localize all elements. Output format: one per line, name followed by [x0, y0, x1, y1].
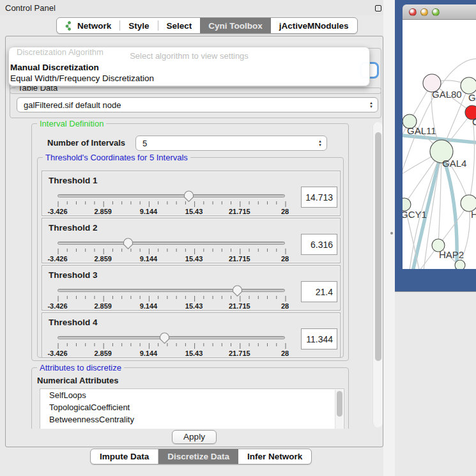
threshold-value-field[interactable]: 14.713 [301, 187, 337, 208]
slider-track[interactable] [58, 242, 285, 245]
network-node-label: HAP2 [439, 249, 464, 260]
slider-tick-labels: -3.4262.8599.14415.4321.71528 [58, 349, 285, 357]
network-icon [65, 21, 73, 31]
combo-arrows-icon[interactable]: ▴▾ [367, 101, 378, 109]
panel-scrollbar-thumb[interactable] [375, 132, 381, 361]
tab-style[interactable]: Style [120, 18, 157, 33]
threshold-slider[interactable]: -3.4262.8599.14415.4321.71528 [58, 190, 285, 216]
panel-divider[interactable] [383, 0, 395, 476]
tab-infer-network[interactable]: Infer Network [238, 449, 311, 464]
slider-tick-labels: -3.4262.8599.14415.4321.71528 [58, 255, 285, 263]
tab-discretize-data[interactable]: Discretize Data [158, 449, 238, 464]
apply-button[interactable]: Apply [172, 430, 217, 444]
network-node-label: H [471, 209, 476, 220]
slider-track[interactable] [58, 336, 285, 339]
bottom-tab-bar: Impute Data Discretize Data Infer Networ… [90, 449, 312, 464]
control-panel-titlebar: Control Panel ✕ [0, 0, 395, 15]
threshold-label: Threshold 3 [49, 270, 98, 280]
threshold-value-field[interactable]: 6.316 [301, 234, 337, 255]
table-data-group: Table Data galFiltered.sif default node … [10, 88, 381, 118]
threshold-value-field[interactable]: 11.344 [301, 328, 337, 349]
thresholds-group-label: Threshold's Coordinates for 5 Intervals [43, 153, 190, 162]
network-node-label: GAL80 [432, 89, 462, 100]
network-graph: GAL80GACGAL11GAL4GCY1HHAP2 [403, 20, 476, 269]
attributes-group: Attributes to discretize Numerical Attri… [31, 367, 349, 429]
panel-title: Control Panel [5, 3, 56, 13]
threshold-box: Threshold 1 -3.4262.8599.14415.4321.7152… [42, 171, 341, 216]
threshold-slider[interactable]: -3.4262.8599.14415.4321.71528 [58, 332, 285, 358]
minimize-traffic-light-icon[interactable] [420, 8, 428, 16]
tab-jactivemnodules[interactable]: jActiveMNodules [271, 18, 357, 33]
divider-grip-icon[interactable] [390, 232, 393, 234]
spinner-arrows-icon[interactable]: ▴▾ [316, 139, 326, 147]
tab-impute-data[interactable]: Impute Data [91, 449, 158, 464]
slider-tick-labels: -3.4262.8599.14415.4321.71528 [58, 208, 285, 215]
list-item[interactable]: TopologicalCoefficient [40, 401, 344, 413]
slider-track[interactable] [58, 194, 285, 197]
threshold-label: Threshold 1 [49, 176, 98, 185]
slider-tick-labels: -3.4262.8599.14415.4321.71528 [58, 302, 285, 310]
network-node-label: C [472, 116, 476, 127]
network-node [455, 260, 465, 269]
network-node-label: GCY1 [403, 209, 427, 220]
network-node-label: GAL4 [442, 158, 466, 169]
list-item[interactable]: BetweennessCentrality [40, 413, 344, 426]
slider-track[interactable] [58, 289, 285, 292]
threshold-label: Threshold 4 [49, 318, 98, 327]
threshold-box: Threshold 3 -3.4262.8599.14415.4321.7152… [42, 265, 341, 311]
zoom-traffic-light-icon[interactable] [432, 8, 440, 16]
interval-definition-group: Interval Definition Number of Intervals … [31, 123, 349, 361]
top-tab-bar: Network Style Select Cyni Toolbox jActiv… [56, 17, 358, 34]
thresholds-group: Threshold's Coordinates for 5 Intervals … [37, 157, 344, 358]
numerical-attributes-list: SelfLoopsTopologicalCoefficientBetweenne… [40, 388, 344, 429]
tab-select[interactable]: Select [158, 18, 201, 33]
slider-ticks [58, 201, 286, 208]
threshold-slider[interactable]: -3.4262.8599.14415.4321.71528 [58, 238, 285, 263]
network-node-label: GA [468, 92, 476, 103]
panel-scrollbar[interactable] [372, 122, 383, 427]
close-traffic-light-icon[interactable] [409, 8, 417, 16]
threshold-box: Threshold 2 -3.4262.8599.14415.4321.7152… [42, 218, 341, 263]
threshold-label: Threshold 2 [49, 223, 98, 233]
cyni-toolbox-panel: Discretization Algorithm Select algorith… [5, 36, 383, 447]
popup-option-manual[interactable]: Manual Discretization [10, 63, 99, 72]
network-node-label: GAL11 [407, 125, 436, 136]
threshold-box: Threshold 4 -3.4262.8599.14415.4321.7152… [42, 312, 341, 358]
slider-ticks [58, 343, 286, 349]
algorithm-dropdown-popup: Discretization Algorithm Select algorith… [8, 47, 370, 86]
float-window-icon[interactable] [375, 5, 381, 12]
scroll-viewport: Interval Definition Number of Intervals … [7, 121, 372, 429]
tab-network[interactable]: Network [57, 18, 119, 33]
num-intervals-label: Number of Intervals [47, 138, 125, 148]
numerical-attributes-label: Numerical Attributes [37, 376, 118, 385]
table-data-select[interactable]: galFiltered.sif default node ▴▾ [17, 97, 378, 112]
attributes-group-label: Attributes to discretize [37, 363, 124, 372]
table-panel-section: Table Panel ⚙ ☑ ☑ shared… na YDL19… YDL1… [395, 291, 476, 476]
slider-ticks [58, 296, 286, 302]
interval-definition-label: Interval Definition [37, 121, 106, 128]
popup-hint: Select algorithm to view settings [9, 51, 369, 61]
threshold-slider[interactable]: -3.4262.8599.14415.4321.71528 [58, 285, 285, 311]
popup-option-equal-width[interactable]: Equal Width/Frequency Discretization [10, 73, 154, 83]
list-scrollbar[interactable] [335, 390, 343, 429]
num-intervals-spinner[interactable]: 5 ▴▾ [135, 135, 327, 151]
network-canvas[interactable]: GAL80GACGAL11GAL4GCY1HHAP2 [403, 20, 476, 269]
slider-ticks [58, 249, 286, 255]
threshold-value-field[interactable]: 21.4 [301, 281, 337, 302]
tab-cyni-toolbox[interactable]: Cyni Toolbox [200, 18, 271, 33]
list-item[interactable]: SelfLoops [40, 389, 344, 401]
network-window-titlebar[interactable] [403, 4, 476, 20]
